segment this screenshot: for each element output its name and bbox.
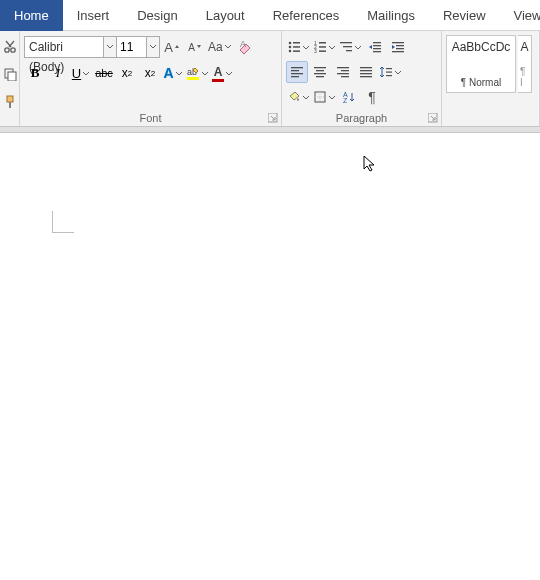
- svg-rect-3: [8, 72, 16, 81]
- svg-point-0: [4, 48, 8, 52]
- document-canvas[interactable]: [0, 133, 540, 580]
- svg-rect-21: [340, 42, 352, 43]
- justify-button[interactable]: [355, 61, 377, 83]
- change-case-button[interactable]: Aa: [207, 36, 233, 58]
- paragraph-dialog-launcher[interactable]: [428, 113, 438, 123]
- ribbon-tabstrip: Home Insert Design Layout References Mai…: [0, 0, 540, 31]
- show-hide-marks-button[interactable]: ¶: [361, 86, 383, 108]
- svg-rect-22: [343, 46, 352, 47]
- indent-icon: [391, 40, 405, 54]
- underline-label: U: [72, 66, 81, 81]
- tab-references[interactable]: References: [259, 0, 353, 31]
- style-name-next: ¶ I: [520, 66, 529, 88]
- increase-indent-button[interactable]: [387, 36, 409, 58]
- align-right-icon: [336, 65, 350, 79]
- styles-group: AaBbCcDc ¶ Normal A ¶ I: [442, 31, 540, 126]
- svg-rect-48: [386, 68, 392, 69]
- style-tile-normal[interactable]: AaBbCcDc ¶ Normal: [446, 35, 516, 93]
- style-tile-next[interactable]: A ¶ I: [518, 35, 532, 93]
- tab-insert[interactable]: Insert: [63, 0, 124, 31]
- eraser-icon: A: [237, 39, 253, 55]
- svg-rect-28: [392, 42, 404, 43]
- svg-rect-14: [293, 50, 300, 52]
- svg-rect-20: [319, 50, 326, 52]
- tab-design[interactable]: Design: [123, 0, 191, 31]
- svg-text:Z: Z: [343, 97, 348, 104]
- subscript-button[interactable]: x2: [116, 62, 138, 84]
- change-case-label: Aa: [208, 40, 223, 54]
- shrink-font-button[interactable]: A: [184, 36, 206, 58]
- svg-rect-29: [396, 45, 404, 46]
- bold-button[interactable]: B: [24, 62, 46, 84]
- svg-rect-37: [316, 70, 324, 71]
- highlight-button[interactable]: ab: [185, 62, 210, 84]
- style-preview-next: A: [520, 40, 528, 54]
- font-size-dropdown[interactable]: [147, 36, 160, 58]
- tab-layout[interactable]: Layout: [192, 0, 259, 31]
- style-preview-normal: AaBbCcDc: [452, 40, 511, 54]
- svg-rect-39: [316, 76, 324, 77]
- underline-button[interactable]: U: [70, 62, 92, 84]
- clear-formatting-button[interactable]: A: [234, 36, 256, 58]
- align-left-icon: [290, 65, 304, 79]
- borders-button[interactable]: [312, 86, 337, 108]
- page-margin-corner: [52, 211, 74, 233]
- font-dialog-launcher[interactable]: [268, 113, 278, 123]
- text-effects-label: A: [163, 65, 173, 81]
- svg-rect-27: [373, 51, 381, 52]
- shading-button[interactable]: [286, 86, 311, 108]
- font-family-dropdown[interactable]: [104, 36, 117, 58]
- svg-rect-4: [7, 96, 13, 102]
- align-center-button[interactable]: [309, 61, 331, 83]
- cut-icon: [3, 39, 17, 53]
- copy-icon: [3, 67, 17, 81]
- grow-font-button[interactable]: A: [161, 36, 183, 58]
- svg-point-1: [10, 48, 14, 52]
- italic-button[interactable]: I: [47, 62, 69, 84]
- svg-rect-32: [291, 67, 303, 68]
- tab-home[interactable]: Home: [0, 0, 63, 31]
- sort-button[interactable]: AZ: [338, 86, 360, 108]
- multilevel-list-button[interactable]: [338, 36, 363, 58]
- svg-rect-49: [386, 71, 392, 72]
- ribbon: Calibri (Body) 11 A A Aa A B I U: [0, 31, 540, 127]
- borders-icon: [313, 90, 327, 104]
- svg-rect-33: [291, 70, 299, 71]
- align-left-button[interactable]: [286, 61, 308, 83]
- svg-rect-36: [314, 67, 326, 68]
- tab-review[interactable]: Review: [429, 0, 500, 31]
- bullets-button[interactable]: [286, 36, 311, 58]
- copy-button[interactable]: [0, 63, 21, 85]
- svg-text:3: 3: [314, 48, 317, 54]
- line-spacing-icon: [379, 65, 393, 79]
- font-color-button[interactable]: A: [211, 62, 234, 84]
- tab-view[interactable]: View: [500, 0, 540, 31]
- line-spacing-button[interactable]: [378, 61, 403, 83]
- strikethrough-button[interactable]: abc: [93, 62, 115, 84]
- sort-icon: AZ: [342, 90, 356, 104]
- text-effects-button[interactable]: A: [162, 62, 184, 84]
- bullets-icon: [287, 40, 301, 54]
- paragraph-group: 123: [282, 31, 442, 126]
- highlight-swatch: [187, 77, 199, 80]
- align-right-button[interactable]: [332, 61, 354, 83]
- decrease-indent-button[interactable]: [364, 36, 386, 58]
- svg-rect-42: [337, 73, 349, 74]
- svg-rect-18: [319, 46, 326, 48]
- svg-rect-31: [392, 51, 404, 52]
- font-color-label: A: [214, 65, 223, 79]
- font-size-combo[interactable]: 11: [117, 36, 147, 58]
- svg-point-11: [289, 45, 292, 48]
- format-painter-button[interactable]: [0, 91, 21, 113]
- numbering-button[interactable]: 123: [312, 36, 337, 58]
- svg-rect-26: [373, 48, 381, 49]
- svg-rect-12: [293, 46, 300, 48]
- cut-button[interactable]: [0, 35, 21, 57]
- svg-rect-23: [346, 50, 352, 51]
- numbering-icon: 123: [313, 40, 327, 54]
- tab-mailings[interactable]: Mailings: [353, 0, 429, 31]
- bucket-icon: [287, 91, 301, 103]
- svg-rect-41: [341, 70, 349, 71]
- superscript-button[interactable]: x2: [139, 62, 161, 84]
- font-family-combo[interactable]: Calibri (Body): [24, 36, 104, 58]
